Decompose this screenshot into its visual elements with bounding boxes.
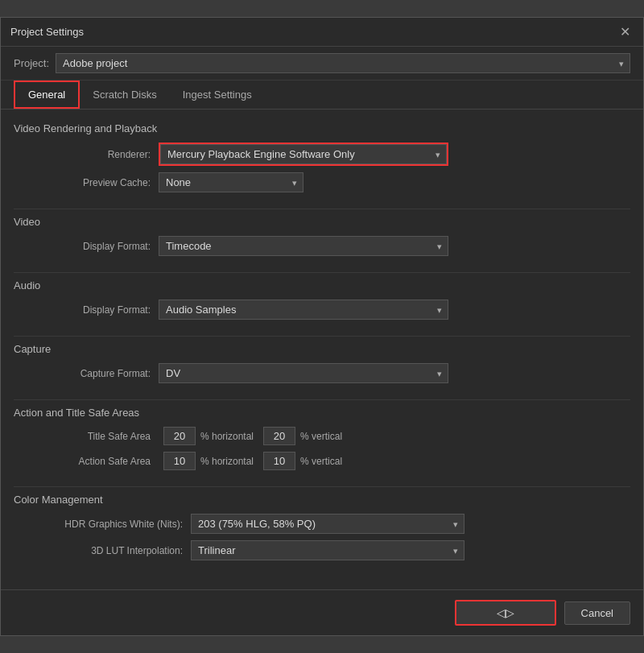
video-title: Video (14, 216, 630, 228)
action-safe-v-unit: % vertical (300, 456, 342, 467)
hdr-row: HDR Graphics White (Nits): 203 (75% HLG,… (14, 514, 630, 534)
lut-row: 3D LUT Interpolation: Trilinear (14, 540, 630, 560)
color-management-section: Color Management HDR Graphics White (Nit… (14, 494, 630, 560)
cancel-button[interactable]: Cancel (564, 601, 630, 625)
title-safe-label: Title Safe Area (46, 431, 159, 442)
lut-label: 3D LUT Interpolation: (46, 545, 191, 556)
action-safe-h-unit: % horizontal (200, 456, 254, 467)
project-label: Project: (14, 57, 49, 69)
hdr-select[interactable]: 203 (75% HLG, 58% PQ) (191, 514, 464, 534)
action-safe-v-input[interactable] (263, 452, 295, 470)
audio-display-format-select[interactable]: Audio Samples (159, 300, 448, 320)
dialog-footer: ◁▷ Cancel (1, 589, 643, 635)
hdr-label: HDR Graphics White (Nits): (46, 519, 191, 530)
safe-areas-title: Action and Title Safe Areas (14, 407, 630, 419)
preview-cache-row: Preview Cache: None (14, 172, 630, 192)
renderer-label: Renderer: (46, 149, 159, 160)
content-area: Video Rendering and Playback Renderer: M… (1, 110, 643, 589)
action-safe-label: Action Safe Area (46, 456, 159, 467)
title-safe-row: Title Safe Area % horizontal % vertical (46, 427, 630, 445)
lut-select[interactable]: Trilinear (191, 540, 464, 560)
capture-title: Capture (14, 343, 630, 355)
audio-title: Audio (14, 279, 630, 291)
preview-cache-label: Preview Cache: (46, 177, 159, 188)
title-safe-h-input[interactable] (163, 427, 196, 445)
ok-icon: ◁▷ (497, 606, 514, 619)
title-bar: Project Settings ✕ (1, 18, 643, 47)
dialog-title: Project Settings (10, 26, 84, 38)
title-safe-v-unit: % vertical (300, 431, 342, 442)
audio-section: Audio Display Format: Audio Samples (14, 279, 630, 320)
renderer-row: Renderer: Mercury Playback Engine Softwa… (14, 143, 630, 166)
tab-general[interactable]: General (14, 81, 80, 109)
action-safe-row: Action Safe Area % horizontal % vertical (46, 452, 630, 470)
capture-format-select[interactable]: DV (159, 363, 448, 383)
video-rendering-section: Video Rendering and Playback Renderer: M… (14, 122, 630, 192)
audio-display-format-row: Display Format: Audio Samples (14, 300, 630, 320)
video-display-format-select[interactable]: Timecode (159, 236, 448, 256)
title-safe-v-input[interactable] (263, 427, 295, 445)
preview-cache-select[interactable]: None (159, 172, 303, 192)
video-display-format-label: Display Format: (46, 241, 159, 252)
video-section: Video Display Format: Timecode (14, 216, 630, 256)
tabs-container: General Scratch Disks Ingest Settings (1, 81, 643, 110)
video-rendering-title: Video Rendering and Playback (14, 122, 630, 134)
project-select[interactable]: Adobe project (56, 53, 630, 73)
capture-format-label: Capture Format: (46, 368, 159, 379)
ok-button[interactable]: ◁▷ (455, 600, 556, 626)
safe-areas-section: Action and Title Safe Areas Title Safe A… (14, 407, 630, 470)
capture-format-row: Capture Format: DV (14, 363, 630, 383)
audio-display-format-label: Display Format: (46, 304, 159, 316)
project-settings-dialog: Project Settings ✕ Project: Adobe projec… (0, 17, 644, 636)
project-row: Project: Adobe project (1, 47, 643, 81)
close-button[interactable]: ✕ (617, 24, 634, 39)
tab-scratch-disks[interactable]: Scratch Disks (80, 81, 169, 109)
safe-areas-grid: Title Safe Area % horizontal % vertical … (14, 427, 630, 470)
video-display-format-row: Display Format: Timecode (14, 236, 630, 256)
capture-section: Capture Capture Format: DV (14, 343, 630, 383)
renderer-select[interactable]: Mercury Playback Engine Software Only (160, 144, 447, 164)
color-management-title: Color Management (14, 494, 630, 506)
title-safe-h-unit: % horizontal (200, 431, 254, 442)
action-safe-h-input[interactable] (163, 452, 196, 470)
tab-ingest-settings[interactable]: Ingest Settings (170, 81, 265, 109)
